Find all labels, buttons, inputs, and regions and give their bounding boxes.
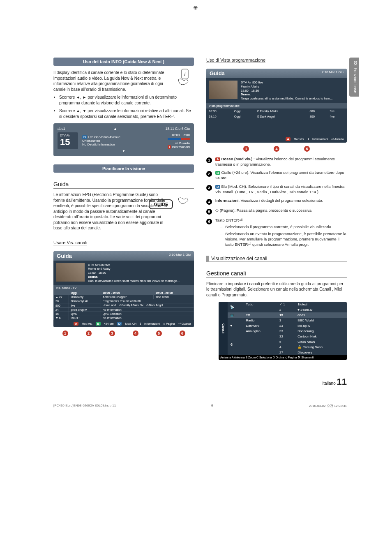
heading-guida: Guida	[53, 181, 194, 189]
side-tab: 03 Funzioni base	[349, 58, 359, 97]
banner-plan: Pianificare la visione	[53, 164, 194, 173]
svg-text:i: i	[184, 71, 186, 77]
thumbnail	[209, 81, 238, 99]
heading-viscanali: Visualizzazione dei canali	[206, 256, 347, 262]
print-footer: [PC430-Euro]BN68-02692A-00L09.indb 11 ⊕ …	[53, 404, 347, 408]
table-row: 19:15Oggi⊙Dark Angel800five	[206, 114, 347, 119]
left-column: Uso del tasto INFO (Guida Now & Next ) I…	[53, 58, 194, 364]
table-row: 16QVCQVC Selection	[54, 312, 194, 316]
channel-manager-box: Canali 📡 Tutto✓ 11futech 2♥ 24ore.tv 📺TV…	[219, 302, 347, 360]
bullet-scroll-lr: Scorrere ◄, ► per visualizzare le inform…	[59, 95, 194, 106]
page-number: Italiano 11	[53, 377, 347, 387]
hand-guide-icon	[174, 192, 194, 206]
intro-text-1: Il display identifica il canale corrente…	[53, 70, 194, 92]
guide-viscanali-box: Guida2:10 Mar 1 Giu DTV Air 800 five Hom…	[53, 251, 194, 328]
table-row: 28DiscoveryH&LProgrammes resume at 06:00	[54, 299, 194, 303]
heading-usare: Usare Vis. canali	[53, 240, 87, 245]
heading-gestione: Gestione canali	[206, 270, 347, 278]
now-next-infobar: abc1▲18:11 Gio 6 Giu DTV Air 15 D Life O…	[53, 123, 194, 156]
gestione-intro: Eliminare o impostare i canali preferiti…	[206, 281, 347, 298]
hand-info-icon: i	[174, 67, 194, 87]
right-column: Uso di Vista programmazione Guida2:10 Ma…	[206, 58, 347, 364]
thumbnail	[56, 263, 85, 282]
guide-vista-box: Guida2:10 Mar 1 Giu DTV Air 800 five Fam…	[206, 69, 347, 143]
table-row: 18:30Oggi⊙Family Affairs800five	[206, 109, 347, 114]
guide-button-icon: GUIDE	[149, 199, 173, 209]
table-row: ▼ 6R4DTTNo Information	[54, 316, 194, 320]
table-row: 24price-drop.tvNo Information	[54, 308, 194, 312]
table-row: 800fiveHome and... ⊙Family Affairs Fiv..…	[54, 303, 194, 308]
banner-info: Uso del tasto INFO (Guida Now & Next )	[53, 58, 194, 66]
heading-vista: Uso di Vista programmazione	[206, 58, 265, 63]
bullet-scroll-ud: Scorrere ▲, ▼ per visualizzare le inform…	[59, 108, 194, 119]
table-row: ▲ 27DiscoveryAmerican ChopperTine Team	[54, 295, 194, 299]
